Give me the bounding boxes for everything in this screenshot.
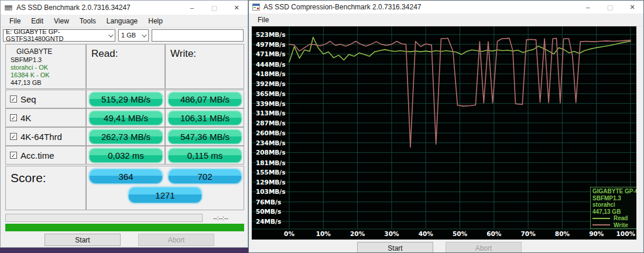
svg-text:70%: 70%: [521, 230, 536, 237]
menu-view[interactable]: View: [49, 15, 74, 27]
value-seq-read: 515,29 MB/s: [89, 92, 163, 107]
svg-text:181MB/s: 181MB/s: [256, 159, 285, 166]
svg-text:392MB/s: 392MB/s: [256, 80, 285, 87]
cell-4k64-read: 262,73 MB/s: [86, 127, 165, 146]
svg-text:155MB/s: 155MB/s: [256, 169, 285, 176]
drive-info-panel: GIGABYTE SBFMP1.3 storahci - OK 16384 K …: [5, 44, 86, 89]
svg-text:313MB/s: 313MB/s: [256, 110, 285, 117]
svg-text:523MB/s: 523MB/s: [256, 31, 285, 38]
test-size-select[interactable]: 1 GB: [118, 29, 149, 42]
comment-input[interactable]: [152, 29, 244, 42]
menubar: File Edit View Tools Language Help: [1, 15, 248, 28]
value-acctime-read: 0,032 ms: [89, 148, 163, 163]
row-label-4k: ✓4K: [5, 108, 86, 127]
minimize-button[interactable]: –: [181, 1, 203, 15]
drive-select[interactable]: E: GIGABYTE GP-GSTFS31480GNTD: [3, 29, 115, 42]
start-button[interactable]: Start: [357, 242, 433, 253]
checkbox-acctime[interactable]: ✓: [10, 152, 17, 159]
score-total: 1271: [128, 187, 202, 203]
value-seq-write: 486,07 MB/s: [168, 92, 242, 107]
cell-4k-read: 49,41 MB/s: [86, 108, 165, 127]
titlebar[interactable]: AS SSD Compression-Benchmark 2.0.7316.34…: [249, 1, 643, 13]
abort-button[interactable]: Abort: [446, 242, 522, 253]
menu-help[interactable]: Help: [143, 15, 168, 27]
svg-text:20%: 20%: [350, 230, 365, 237]
read-line-swatch: [592, 218, 610, 219]
checkbox-4k[interactable]: ✓: [10, 114, 17, 121]
write-column-header: Write:: [165, 44, 244, 89]
svg-text:234MB/s: 234MB/s: [256, 139, 285, 146]
cell-seq-write: 486,07 MB/s: [165, 90, 244, 108]
svg-text:497MB/s: 497MB/s: [256, 41, 285, 48]
svg-text:50%: 50%: [453, 230, 468, 237]
row-label-acctime: ✓Acc.time: [5, 146, 86, 165]
maximize-button[interactable]: ▢: [599, 1, 621, 13]
legend-read-label: Read: [614, 215, 628, 222]
menu-edit[interactable]: Edit: [26, 15, 49, 27]
write-line-swatch: [592, 224, 610, 225]
legend-firmware: SBFMP1.3: [592, 195, 636, 202]
drive-capacity: 447,13 GB: [6, 79, 85, 87]
chevron-down-icon: [142, 32, 146, 37]
value-4k64-read: 262,73 MB/s: [89, 129, 163, 144]
cell-acctime-write: 0,115 ms: [165, 146, 244, 165]
chart-plot: 523MB/s497MB/s471MB/s444MB/s418MB/s392MB…: [252, 26, 636, 240]
svg-text:129MB/s: 129MB/s: [256, 179, 285, 186]
cell-seq-read: 515,29 MB/s: [86, 90, 165, 108]
titlebar[interactable]: AS SSD Benchmark 2.0.7316.34247 – ▢ ✕: [1, 1, 248, 15]
button-strip: Start Abort: [249, 240, 644, 253]
svg-text:208MB/s: 208MB/s: [256, 149, 285, 156]
checkbox-4k64[interactable]: ✓: [10, 133, 17, 140]
maximize-button[interactable]: ▢: [203, 1, 225, 15]
svg-text:444MB/s: 444MB/s: [256, 61, 285, 68]
legend-capacity: 447,13 GB: [592, 208, 636, 216]
elapsed-time: --:--:--: [213, 215, 228, 221]
svg-text:418MB/s: 418MB/s: [256, 70, 285, 77]
row-label-4k64: ✓4K-64Thrd: [5, 127, 86, 146]
svg-text:287MB/s: 287MB/s: [256, 119, 285, 126]
start-button[interactable]: Start: [44, 234, 121, 246]
menu-file[interactable]: File: [252, 14, 274, 26]
legend-drive: GIGABYTE GP-GST: [592, 188, 636, 195]
menu-file[interactable]: File: [4, 15, 26, 27]
window-title: AS SSD Compression-Benchmark 2.0.7316.34…: [263, 3, 421, 11]
menu-language[interactable]: Language: [101, 15, 143, 27]
drive-alignment-status: 16384 K - OK: [6, 71, 85, 79]
minimize-button[interactable]: –: [577, 1, 599, 13]
chart-legend: GIGABYTE GP-GST SBFMP1.3 storahci 447,13…: [590, 187, 636, 229]
svg-text:30%: 30%: [384, 230, 399, 237]
cell-4k-write: 106,31 MB/s: [165, 108, 244, 127]
drive-vendor: GIGABYTE: [6, 45, 85, 56]
window-title: AS SSD Benchmark 2.0.7316.34247: [16, 4, 131, 12]
cell-acctime-read: 0,032 ms: [86, 146, 165, 165]
compression-chart: 523MB/s497MB/s471MB/s444MB/s418MB/s392MB…: [252, 26, 636, 240]
legend-driver: storahci: [592, 201, 636, 208]
compression-benchmark-window: AS SSD Compression-Benchmark 2.0.7316.34…: [248, 0, 644, 253]
svg-text:50MB/s: 50MB/s: [256, 208, 281, 215]
cell-4k64-write: 547,36 MB/s: [165, 127, 244, 146]
svg-text:0%: 0%: [284, 230, 294, 237]
close-button[interactable]: ✕: [225, 1, 248, 15]
svg-text:10%: 10%: [316, 230, 331, 237]
svg-text:90%: 90%: [589, 230, 604, 237]
svg-text:76MB/s: 76MB/s: [256, 199, 281, 206]
row-label-seq: ✓Seq: [5, 90, 86, 108]
value-acctime-write: 0,115 ms: [168, 148, 242, 163]
progress-bar: [5, 214, 203, 222]
drive-firmware: SBFMP1.3: [6, 56, 85, 64]
value-4k64-write: 547,36 MB/s: [168, 129, 242, 144]
svg-text:24MB/s: 24MB/s: [256, 218, 281, 225]
status-bar-green: [5, 224, 244, 231]
score-read: 364: [89, 169, 163, 184]
svg-text:60%: 60%: [487, 230, 502, 237]
checkbox-seq[interactable]: ✓: [10, 95, 17, 102]
menu-tools[interactable]: Tools: [74, 15, 101, 27]
svg-text:80%: 80%: [555, 230, 570, 237]
value-4k-write: 106,31 MB/s: [168, 111, 242, 125]
svg-text:40%: 40%: [419, 230, 434, 237]
svg-text:339MB/s: 339MB/s: [256, 100, 285, 107]
abort-button[interactable]: Abort: [138, 234, 214, 246]
score-panel: 364 702 1271: [86, 166, 244, 210]
toolbar: E: GIGABYTE GP-GSTFS31480GNTD 1 GB: [1, 28, 248, 42]
close-button[interactable]: ✕: [621, 1, 643, 13]
